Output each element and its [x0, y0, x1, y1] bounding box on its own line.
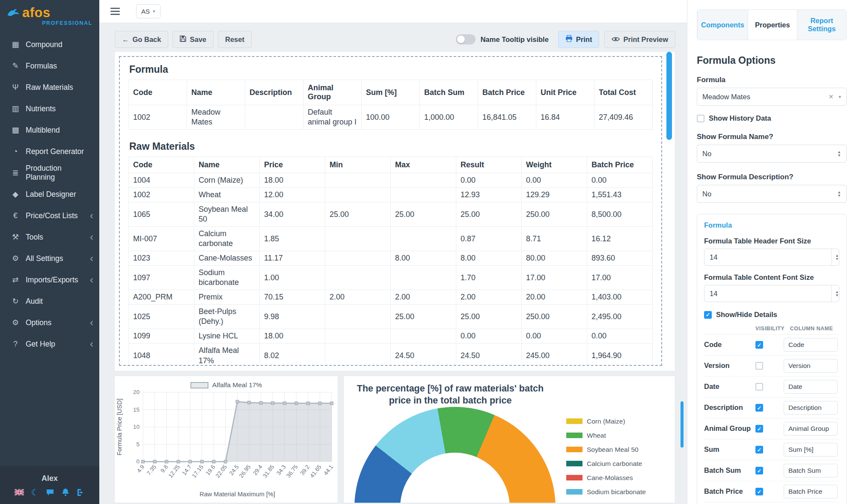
table-row[interactable]: 1097 Sodium bicarbonate 1.00 1.70 17.00 …: [129, 266, 653, 290]
number-stepper-icon[interactable]: ▲▼: [831, 249, 839, 265]
visibility-checkbox[interactable]: [755, 341, 763, 349]
user-name[interactable]: Alex: [42, 474, 58, 483]
legend-item[interactable]: Corn (Maize): [566, 417, 646, 425]
select-arrows-icon: ▲▼: [838, 151, 841, 157]
show-hide-details-checkbox[interactable]: [704, 311, 712, 319]
save-floppy-icon: [180, 36, 186, 44]
column-label: Batch Price: [704, 487, 755, 496]
header-font-size-input[interactable]: 14 ▲▼: [704, 249, 839, 266]
logout-icon[interactable]: [77, 489, 85, 496]
column-name-input[interactable]: Code: [784, 338, 838, 352]
formula-group-title[interactable]: Formula: [704, 221, 839, 229]
legend-item[interactable]: Sodium bicarbonate: [566, 488, 646, 496]
print-button[interactable]: Print: [558, 31, 600, 48]
table-row[interactable]: 1099 Lysine HCL 18.00 0.00 0.00 0.00: [129, 329, 653, 344]
legend-item[interactable]: Soybean Meal 50: [566, 445, 646, 454]
legend-item[interactable]: Cane-Molasses: [566, 474, 646, 482]
notifications-bell-icon[interactable]: [62, 488, 69, 496]
sidebar-item[interactable]: ▩ Multiblend ‹: [0, 119, 99, 141]
column-label: Version: [704, 362, 755, 370]
column-name-input[interactable]: Description: [784, 401, 838, 415]
table-row[interactable]: 1023 Cane-Molasses 11.17 8.00 8.00 80.00…: [129, 251, 653, 266]
sidebar-item[interactable]: ↻ Audit ‹: [0, 291, 99, 312]
sidebar-item[interactable]: ▦ Compound ‹: [0, 34, 99, 55]
number-stepper-icon[interactable]: ▲▼: [831, 285, 839, 302]
sidebar: afos PROFESSIONAL ▦ Compound ‹ ✎ Formula…: [0, 0, 99, 504]
visibility-checkbox[interactable]: [755, 446, 763, 454]
table-row[interactable]: 1065 Soybean Meal 50 34.00 25.00 25.00 2…: [129, 202, 653, 227]
table-row[interactable]: 1048 Alfalfa Meal 17% 8.02 24.50 24.50 2…: [129, 344, 653, 366]
sidebar-item[interactable]: ? Get Help ‹: [0, 333, 99, 355]
name-tooltip-toggle[interactable]: [456, 34, 476, 44]
dark-mode-moon-icon[interactable]: ☾: [31, 488, 39, 497]
action-toolbar: ← Go Back Save Reset Name Tooltip visibl…: [115, 31, 675, 48]
show-formula-description-select[interactable]: No ▲▼: [697, 185, 847, 203]
printer-icon: [565, 35, 573, 44]
clear-icon[interactable]: ✕: [829, 93, 834, 100]
sidebar-item[interactable]: ◆ Label Designer ‹: [0, 184, 99, 205]
column-name-input[interactable]: Batch Sum: [784, 464, 838, 477]
content-font-size-input[interactable]: 14 ▲▼: [704, 285, 839, 302]
visibility-checkbox[interactable]: [755, 467, 763, 474]
panel-tab[interactable]: Report Settings: [797, 10, 846, 40]
save-button[interactable]: Save: [172, 31, 214, 48]
line-chart-legend[interactable]: Alfalfa Meal 17%: [115, 376, 338, 389]
show-history-checkbox[interactable]: [697, 115, 704, 122]
panel-tab[interactable]: Components: [697, 10, 748, 40]
sidebar-item[interactable]: ⚙ All Settings ‹: [0, 248, 99, 269]
sidebar-item[interactable]: ≣ Production Planning ‹: [0, 162, 99, 184]
table-cell: 11.17: [260, 251, 325, 266]
reset-button[interactable]: Reset: [218, 31, 252, 48]
visibility-header: VISIBILITY: [755, 326, 784, 332]
show-formula-description-label: Show Formula Description?: [697, 173, 847, 181]
visibility-checkbox[interactable]: [755, 362, 763, 370]
table-row[interactable]: 1002 Meadow Mates Default animal group I…: [129, 105, 653, 130]
language-flag-icon[interactable]: [15, 489, 24, 495]
sidebar-item[interactable]: ◔ Report Generator ‹: [0, 141, 99, 162]
sidebar-item[interactable]: ⚒ Tools ‹: [0, 226, 99, 248]
table-row[interactable]: 1025 Beet-Pulps (Dehy.) 9.98 25.00 25.00…: [129, 305, 653, 329]
chat-icon[interactable]: [46, 489, 54, 496]
table-cell: [391, 227, 456, 251]
sidebar-item[interactable]: ⇄ Imports/Exports ‹: [0, 269, 99, 291]
sidebar-item-label: Options: [26, 318, 51, 327]
table-row[interactable]: 1004 Corn (Maize) 18.00 0.00 0.00 0.00: [129, 173, 653, 188]
print-preview-button[interactable]: Print Preview: [604, 31, 675, 48]
sidebar-item[interactable]: ✎ Formulas ‹: [0, 55, 99, 77]
profile-dropdown[interactable]: AS ▾: [136, 4, 160, 18]
sidebar-item-label: All Settings: [26, 254, 63, 263]
column-name-input[interactable]: Version: [784, 359, 838, 373]
legend-item[interactable]: Wheat: [566, 431, 646, 439]
visibility-checkbox[interactable]: [755, 488, 763, 495]
scrollbar-thumb[interactable]: [681, 401, 684, 448]
column-name-input[interactable]: Batch Price: [784, 485, 838, 498]
table-row[interactable]: MI-007 Calcium carbonate 1.85 0.87 8.71 …: [129, 227, 653, 251]
formula-select[interactable]: Meadow Mates ✕ ▾: [697, 88, 847, 106]
legend-item[interactable]: Premix: [566, 502, 646, 503]
go-back-button[interactable]: ← Go Back: [115, 31, 168, 48]
visibility-checkbox[interactable]: [755, 425, 763, 433]
sidebar-item[interactable]: € Price/Cost Lists ‹: [0, 205, 99, 226]
app-logo[interactable]: afos: [0, 0, 99, 19]
column-name-value: Sum [%]: [788, 446, 814, 454]
sidebar-nav: ▦ Compound ‹ ✎ Formulas ‹ Ψ Raw Material…: [0, 34, 99, 355]
table-cell: Corn (Maize): [194, 173, 260, 188]
legend-item[interactable]: Calcium carbonate: [566, 460, 646, 468]
sidebar-item[interactable]: ▥ Nutrients ‹: [0, 98, 99, 119]
show-formula-name-select[interactable]: No ▲▼: [697, 145, 847, 163]
column-name-input[interactable]: Animal Group: [784, 422, 838, 436]
sidebar-item[interactable]: ⚙ Options ‹: [0, 312, 99, 333]
table-row[interactable]: 1002 Wheat 12.00 12.93 129.29 1,551.43: [129, 188, 653, 202]
sidebar-item[interactable]: Ψ Raw Materials ‹: [0, 77, 99, 98]
show-hide-details-label: Show/Hide Details: [716, 311, 777, 319]
report-selection-region[interactable]: Formula CodeNameDescriptionAnimal GroupS…: [119, 56, 662, 366]
table-row[interactable]: A200_PRM Premix 70.15 2.00 2.00 2.00 20.…: [129, 290, 653, 305]
visibility-checkbox[interactable]: [755, 383, 763, 391]
visibility-checkbox[interactable]: [755, 404, 763, 412]
logo-tagline: PROFESSIONAL: [0, 20, 99, 26]
panel-tab[interactable]: Properties: [748, 10, 797, 40]
menu-icon[interactable]: [110, 8, 120, 15]
column-name-input[interactable]: Date: [784, 380, 838, 394]
column-name-input[interactable]: Sum [%]: [784, 443, 838, 457]
scrollbar-thumb[interactable]: [666, 52, 672, 140]
